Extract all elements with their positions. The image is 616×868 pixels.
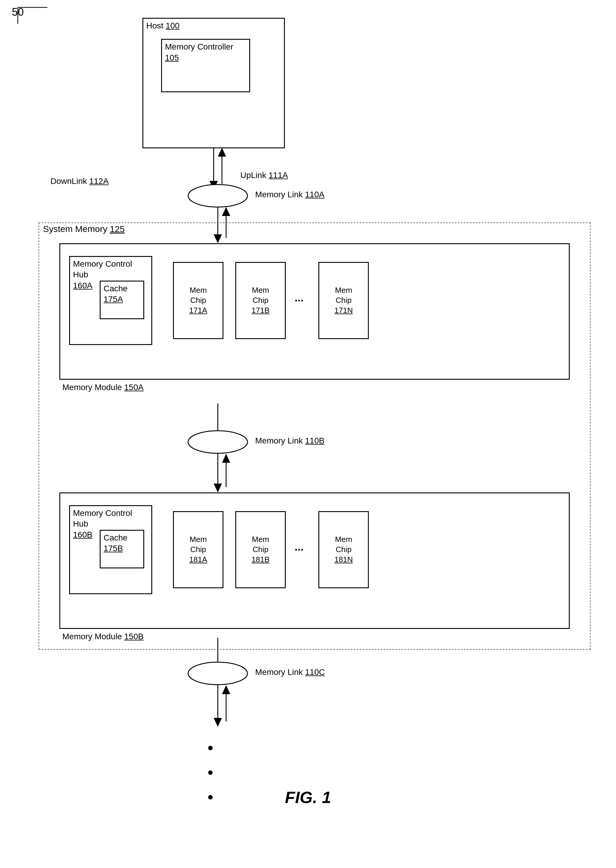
memory-link-110c-label: Memory Link 110C [255, 667, 325, 677]
downlink-label: DownLink 112A [50, 176, 108, 186]
mem-chip-181a: Mem Chip 181A [173, 511, 223, 588]
mem-chip-171a: Mem Chip 171A [173, 262, 223, 339]
svg-marker-10 [222, 207, 230, 216]
svg-marker-22 [222, 685, 230, 694]
svg-point-17 [188, 662, 247, 685]
memory-module-150b-label: Memory Module 150B [62, 632, 144, 641]
memory-module-150b-box: Memory Control Hub 160B Cache 175B Mem C… [59, 493, 570, 629]
uplink-label: UpLink 111A [240, 171, 288, 180]
host-label: Host 100 [143, 19, 182, 33]
dots-150a: ··· [295, 295, 303, 307]
host-box: Host 100 Memory Controller 105 [142, 18, 285, 148]
svg-point-6 [188, 185, 247, 207]
mem-chip-181b: Mem Chip 181B [235, 511, 286, 588]
system-memory-label: System Memory 125 [43, 224, 125, 234]
memory-module-150a-label: Memory Module 150A [62, 383, 144, 392]
memory-link-110b-label: Memory Link 110B [255, 436, 324, 446]
cache-175b-box: Cache 175B [100, 530, 144, 568]
dots-150b: ··· [295, 544, 303, 556]
memory-controller-box: Memory Controller 105 [161, 39, 250, 92]
continuation-dots: ••• [208, 736, 213, 810]
mem-chip-171b: Mem Chip 171B [235, 262, 286, 339]
svg-marker-20 [214, 718, 222, 727]
cache-175b-label: Cache 175B [101, 531, 130, 556]
memory-module-150a-box: Memory Control Hub 160A Cache 175A Mem C… [59, 243, 570, 380]
figure-label: FIG. 1 [285, 788, 331, 807]
mem-chip-171n: Mem Chip 171N [318, 262, 369, 339]
diagram-id-text: 50 [12, 6, 24, 18]
mem-chip-181n: Mem Chip 181N [318, 511, 369, 588]
hub-160b-box: Memory Control Hub 160B Cache 175B [69, 505, 152, 594]
diagram-id: 50 [12, 6, 24, 19]
cache-175a-box: Cache 175A [100, 281, 144, 319]
hub-160a-box: Memory Control Hub 160A Cache 175A [69, 256, 152, 345]
cache-175a-label: Cache 175A [101, 281, 130, 307]
svg-marker-5 [218, 148, 226, 157]
memory-link-110a-label: Memory Link 110A [255, 190, 324, 199]
svg-marker-3 [209, 181, 218, 190]
memory-controller-label: Memory Controller 105 [162, 40, 236, 65]
